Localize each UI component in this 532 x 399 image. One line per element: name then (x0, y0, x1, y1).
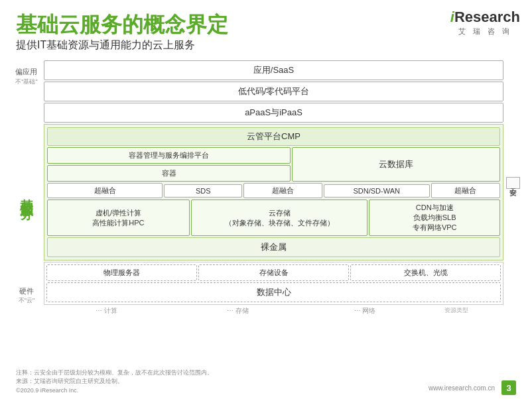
bottom-compute: ⋯ 计算 (45, 306, 167, 315)
bottom-storage: ⋯ 存储 (167, 306, 308, 315)
cell-bare-metal: 裸金属 (47, 237, 500, 257)
footer-note: 注释：云安全由于层级划分较为模糊、复杂，故不在此次报告讨论范围内。 来源：艾瑞咨… (16, 369, 213, 396)
bottom-network: ⋯ 网络 (308, 306, 421, 315)
green-cmp-title: 云管平台CMP (47, 127, 500, 146)
cell-cloud-db: 云数据库 (292, 147, 500, 182)
label-jichu: 基础云服务 (19, 188, 34, 198)
sub-title: 提供IT基础资源与通用能力的云上服务 (16, 38, 516, 52)
cell-left-stack: 容器管理与服务编排平台 容器 (47, 147, 291, 182)
row-lowcode: 低代码/零代码平台 (44, 82, 503, 101)
green-zone: 云管平台CMP 容器管理与服务编排平台 容器 云数据库 超融合 SDS 超融合 … (44, 124, 503, 260)
cell-container-mgmt: 容器管理与服务编排平台 (47, 147, 291, 164)
container-db-row: 容器管理与服务编排平台 容器 云数据库 (47, 147, 500, 182)
row-saas: 应用/SaaS (44, 60, 503, 80)
cell-cloud-storage: 云存储 （对象存储、块存储、文件存储） (191, 200, 368, 236)
resource-type-label: 资源类型 (421, 306, 487, 315)
hw-devices-row: 物理服务器 存储设备 交换机、光缆 (46, 264, 501, 281)
cell-container: 容器 (47, 165, 291, 182)
cell-sds: SDS (164, 184, 242, 198)
cell-sdn: SDN/SD-WAN (324, 184, 430, 198)
right-label-area: 云安全 (505, 60, 520, 305)
left-labels: 偏应用 不"基础" 基础云服务 硬件 不"云" (12, 60, 41, 305)
footer-url: www.iresearch.com.cn (429, 384, 495, 392)
hw-network: 交换机、光缆 (350, 264, 501, 281)
label-jichu-block: 基础云服务 (20, 109, 33, 277)
cell-cdn: CDN与加速 负载均衡SLB 专有网络VPC (369, 200, 500, 236)
bottom-labels-row: ⋯ 计算 ⋯ 存储 ⋯ 网络 资源类型 (0, 305, 532, 315)
header: 基础云服务的概念界定 提供IT基础资源与通用能力的云上服务 (0, 0, 532, 56)
label-not-ji: 不"基础" (15, 78, 37, 86)
hw-server: 物理服务器 (46, 264, 197, 281)
fusion-sds-row: 超融合 SDS 超融合 SDN/SD-WAN 超融合 (47, 183, 500, 198)
cell-chaohe2: 超融合 (243, 183, 322, 198)
cell-chaohe3: 超融合 (431, 183, 500, 198)
cell-chaohe1: 超融合 (47, 183, 163, 198)
cloud-security-label: 云安全 (506, 177, 520, 189)
datacenter-row: 数据中心 (46, 282, 501, 302)
hardware-zone: 物理服务器 存储设备 交换机、光缆 数据中心 (44, 262, 503, 305)
footer: 注释：云安全由于层级划分较为模糊、复杂，故不在此次报告讨论范围内。 来源：艾瑞咨… (0, 369, 532, 396)
page-number: 3 (501, 380, 516, 395)
footer-right: www.iresearch.com.cn 3 (429, 380, 516, 395)
hw-storage: 存储设备 (198, 264, 349, 281)
label-pian-yong: 偏应用 不"基础" (15, 67, 37, 86)
main-title: 基础云服务的概念界定 (16, 12, 516, 37)
row-apaas: aPaaS与iPaaS (44, 103, 503, 123)
label-yingj: 硬件 不"云" (19, 286, 34, 305)
main-content: 应用/SaaS 低代码/零代码平台 aPaaS与iPaaS 云管平台CMP 容器… (44, 60, 503, 305)
vm-storage-cdn-row: 虚机/弹性计算 高性能计算HPC 云存储 （对象存储、块存储、文件存储） CDN… (47, 200, 500, 236)
label-not-yun: 不"云" (19, 296, 34, 305)
cell-vm: 虚机/弹性计算 高性能计算HPC (47, 200, 190, 236)
diagram-area: 偏应用 不"基础" 基础云服务 硬件 不"云" 应用/SaaS 低代码/零代码平… (0, 60, 532, 305)
